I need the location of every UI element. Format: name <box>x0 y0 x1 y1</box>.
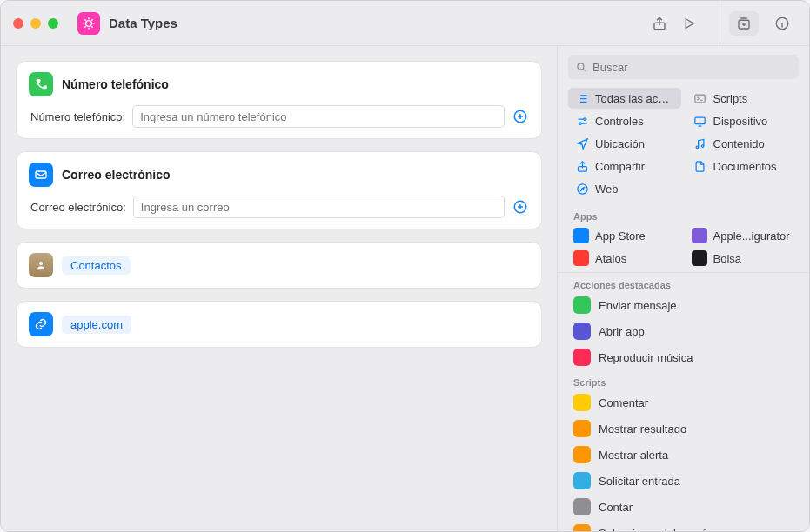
action-label: Mostrar resultado <box>599 422 686 436</box>
category-grid: Todas las acci...ScriptsControlesDisposi… <box>558 88 809 204</box>
action-icon <box>573 296 591 314</box>
url-action-card[interactable]: apple.com <box>17 302 541 347</box>
category-label: Compartir <box>595 160 645 173</box>
category-item[interactable]: Dispositivo <box>686 110 800 131</box>
category-item[interactable]: Scripts <box>686 88 800 109</box>
share-icon <box>575 159 589 173</box>
location-icon <box>575 136 589 150</box>
action-label: Mostrar alerta <box>599 449 668 462</box>
phone-action-card[interactable]: Número telefónico Número telefónico: <box>17 62 541 138</box>
app-icon <box>692 228 707 243</box>
action-icon <box>573 524 591 531</box>
action-icon <box>573 420 591 437</box>
svg-rect-9 <box>695 95 705 103</box>
action-icon <box>573 472 591 489</box>
action-list-item[interactable]: Abrir app <box>558 318 809 344</box>
action-list-item[interactable]: Reproducir música <box>558 344 809 370</box>
action-list-item[interactable]: Seleccionar del menú <box>558 520 809 531</box>
category-label: Ubicación <box>595 137 645 150</box>
run-button[interactable] <box>674 11 704 36</box>
contacts-icon <box>29 253 53 277</box>
info-button[interactable] <box>767 11 797 36</box>
action-list-item[interactable]: Mostrar resultado <box>558 416 809 442</box>
action-label: Reproducir música <box>599 351 693 364</box>
category-item[interactable]: Ubicación <box>568 133 681 154</box>
action-label: Seleccionar del menú <box>599 527 707 532</box>
category-item[interactable]: Web <box>568 178 681 199</box>
phone-action-title: Número telefónico <box>62 77 169 91</box>
minimize-window-button[interactable] <box>30 18 41 29</box>
action-library: Todas las acci...ScriptsControlesDisposi… <box>557 46 809 531</box>
action-list-item[interactable]: Solicitar entrada <box>558 468 809 494</box>
url-token[interactable]: apple.com <box>62 316 131 334</box>
apps-grid: App StoreApple...iguratorAtaiosBolsa <box>558 223 809 272</box>
svg-point-8 <box>578 63 584 70</box>
action-list-item[interactable]: Enviar mensaje <box>558 292 809 318</box>
action-icon <box>573 349 591 366</box>
actions-list[interactable]: Acciones destacadas Enviar mensajeAbrir … <box>558 272 809 531</box>
app-label: Bolsa <box>713 252 742 265</box>
shortcut-icon <box>77 12 100 35</box>
category-item[interactable]: Todas las acci... <box>568 88 681 109</box>
app-item[interactable]: App Store <box>568 225 681 246</box>
phone-field-label: Número telefónico: <box>30 110 125 123</box>
svg-point-16 <box>577 183 586 193</box>
category-item[interactable]: Compartir <box>568 156 681 176</box>
workflow-editor[interactable]: Número telefónico Número telefónico: Cor… <box>1 46 557 531</box>
action-label: Contar <box>599 501 633 514</box>
phone-icon <box>29 72 53 96</box>
search-input[interactable] <box>592 61 792 74</box>
category-label: Documentos <box>713 160 777 173</box>
doc-icon <box>693 159 707 173</box>
action-label: Comentar <box>599 396 648 409</box>
action-icon <box>573 498 591 515</box>
phone-add-button[interactable] <box>512 108 529 125</box>
svg-point-14 <box>701 144 704 147</box>
phone-field-input[interactable] <box>132 105 505 128</box>
app-window: Data Types Número tel <box>0 0 810 532</box>
contacts-action-card[interactable]: Contactos <box>17 243 541 288</box>
svg-point-7 <box>39 262 43 265</box>
category-label: Dispositivo <box>713 115 768 128</box>
body: Número telefónico Número telefónico: Cor… <box>1 46 809 531</box>
titlebar: Data Types <box>1 1 809 46</box>
category-label: Contenido <box>713 137 765 150</box>
svg-rect-5 <box>36 171 46 178</box>
action-icon <box>573 446 591 463</box>
app-label: Ataios <box>595 252 626 265</box>
search-field[interactable] <box>568 55 799 79</box>
traffic-lights <box>13 18 58 29</box>
svg-point-11 <box>579 122 581 124</box>
action-icon <box>573 323 591 340</box>
email-field-input[interactable] <box>133 196 505 218</box>
app-icon <box>692 250 707 266</box>
category-item[interactable]: Documentos <box>686 156 800 176</box>
library-button[interactable] <box>729 11 759 36</box>
action-list-item[interactable]: Mostrar alerta <box>558 442 809 468</box>
monitor-icon <box>693 114 707 128</box>
action-label: Enviar mensaje <box>599 299 677 312</box>
close-window-button[interactable] <box>13 18 23 29</box>
svg-rect-12 <box>695 117 705 124</box>
app-item[interactable]: Ataios <box>568 248 681 269</box>
email-add-button[interactable] <box>512 198 529 216</box>
email-action-card[interactable]: Correo electrónico Correo electrónico: <box>17 152 541 229</box>
category-item[interactable]: Contenido <box>686 133 800 154</box>
sliders-icon <box>575 114 589 128</box>
list-icon <box>575 91 589 105</box>
app-item[interactable]: Bolsa <box>686 248 800 269</box>
apps-header: Apps <box>558 204 809 223</box>
share-button[interactable] <box>645 11 674 36</box>
app-item[interactable]: Apple...igurator <box>686 225 800 246</box>
window-title: Data Types <box>109 16 177 30</box>
email-action-title: Correo electrónico <box>62 168 170 182</box>
action-list-item[interactable]: Comentar <box>558 389 809 416</box>
svg-point-0 <box>86 20 92 26</box>
action-label: Abrir app <box>599 325 645 338</box>
link-icon <box>29 312 53 336</box>
contacts-token[interactable]: Contactos <box>62 256 131 275</box>
category-item[interactable]: Controles <box>568 110 681 131</box>
action-list-item[interactable]: Contar <box>558 494 809 520</box>
terminal-icon <box>693 91 707 105</box>
zoom-window-button[interactable] <box>48 18 58 29</box>
